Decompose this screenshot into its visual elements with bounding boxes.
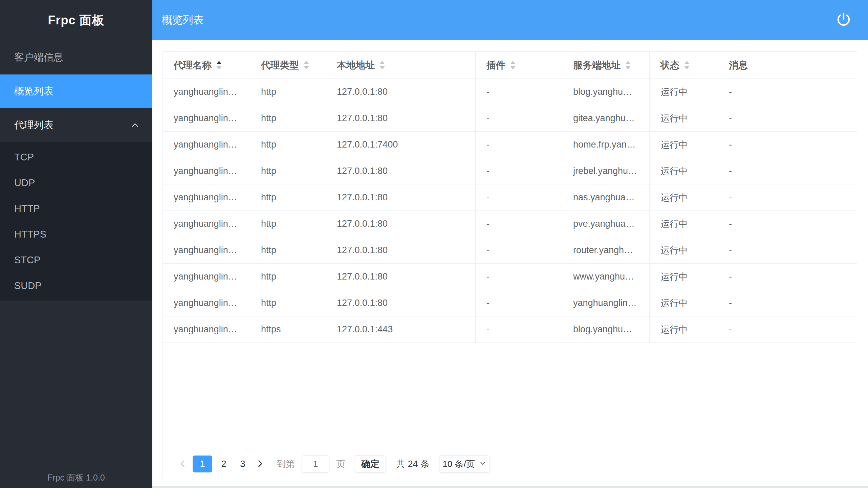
cell-proxy-type: http bbox=[250, 132, 326, 158]
pagination: 123 到第 页 确定 共 24 条 10 条/页 bbox=[163, 449, 857, 479]
sort-carets-icon bbox=[304, 61, 309, 69]
table-body: yanghuanglin…http127.0.0.1:80-blog.yangh… bbox=[163, 79, 857, 343]
cell-message: - bbox=[718, 264, 857, 290]
cell-proxy-type: https bbox=[250, 316, 326, 342]
submenu-item-http[interactable]: HTTP bbox=[0, 196, 152, 221]
column-header-plugin[interactable]: 插件 bbox=[476, 52, 562, 79]
cell-local-address: 127.0.0.1:80 bbox=[326, 184, 476, 210]
cell-status: 运行中 bbox=[650, 184, 718, 210]
cell-proxy-name: yanghuanglin… bbox=[163, 184, 250, 210]
cell-plugin: - bbox=[476, 316, 562, 342]
sidebar-item-client-info[interactable]: 客户端信息 bbox=[0, 41, 152, 74]
cell-status: 运行中 bbox=[650, 264, 718, 290]
cell-proxy-type: http bbox=[250, 290, 326, 316]
column-header-label: 消息 bbox=[729, 59, 748, 72]
confirm-button[interactable]: 确定 bbox=[355, 456, 386, 472]
cell-message: - bbox=[718, 290, 857, 316]
submenu-item-udp[interactable]: UDP bbox=[0, 170, 152, 196]
sort-caret-down-icon bbox=[510, 66, 516, 69]
cell-local-address: 127.0.0.1:80 bbox=[326, 237, 476, 263]
sidebar-item-label: 概览列表 bbox=[14, 85, 53, 98]
cell-message: - bbox=[718, 211, 857, 237]
cell-proxy-name: yanghuanglin… bbox=[163, 290, 250, 316]
cell-message: - bbox=[718, 105, 857, 131]
topbar: 概览列表 bbox=[152, 0, 868, 40]
sort-caret-down-icon bbox=[684, 66, 690, 69]
cell-server-address: www.yanghu… bbox=[562, 264, 650, 290]
chevron-left-icon bbox=[178, 459, 188, 469]
cell-proxy-type: http bbox=[250, 264, 326, 290]
sort-caret-up-icon bbox=[510, 61, 516, 64]
sidebar-menu: 客户端信息 概览列表 代理列表 TCP UDP HTTP HTTPS STCP … bbox=[0, 41, 152, 301]
sidebar: Frpc 面板 客户端信息 概览列表 代理列表 TCP UDP HTTP HTT… bbox=[0, 0, 152, 488]
sort-caret-down-icon bbox=[379, 66, 385, 69]
table-header-row: 代理名称代理类型本地地址插件服务端地址状态消息 bbox=[163, 52, 857, 79]
cell-plugin: - bbox=[476, 211, 562, 237]
column-header-proxy-name[interactable]: 代理名称 bbox=[163, 52, 250, 79]
content: 代理名称代理类型本地地址插件服务端地址状态消息 yanghuanglin…htt… bbox=[152, 40, 868, 488]
column-header-label: 代理类型 bbox=[261, 59, 299, 72]
column-header-label: 本地地址 bbox=[337, 59, 375, 72]
page-number-button[interactable]: 3 bbox=[235, 456, 250, 472]
goto-page-input[interactable] bbox=[302, 456, 329, 472]
cell-plugin: - bbox=[476, 79, 562, 105]
submenu-item-stcp[interactable]: STCP bbox=[0, 247, 152, 273]
column-header-proxy-type[interactable]: 代理类型 bbox=[250, 52, 326, 79]
table-row: yanghuanglin…http127.0.0.1:80-www.yanghu… bbox=[163, 264, 857, 290]
next-page-button[interactable] bbox=[252, 456, 267, 472]
sidebar-item-label: 客户端信息 bbox=[14, 51, 63, 64]
page-size-select[interactable]: 10 条/页 bbox=[439, 456, 490, 472]
cell-status: 运行中 bbox=[650, 132, 718, 158]
column-header-status[interactable]: 状态 bbox=[650, 52, 718, 79]
column-header-label: 代理名称 bbox=[174, 59, 212, 72]
cell-proxy-type: http bbox=[250, 184, 326, 210]
cell-proxy-name: yanghuanglin… bbox=[163, 105, 250, 131]
power-icon bbox=[836, 12, 851, 28]
cell-local-address: 127.0.0.1:443 bbox=[326, 316, 476, 342]
power-button[interactable] bbox=[834, 10, 853, 29]
page-number-button[interactable]: 1 bbox=[193, 456, 212, 472]
cell-status: 运行中 bbox=[650, 290, 718, 316]
prev-page-button[interactable] bbox=[176, 456, 191, 472]
submenu-item-sudp[interactable]: SUDP bbox=[0, 273, 152, 298]
content-bottom-divider bbox=[152, 486, 868, 488]
cell-local-address: 127.0.0.1:80 bbox=[326, 211, 476, 237]
sidebar-item-proxy-list[interactable]: 代理列表 bbox=[0, 108, 152, 142]
main-area: 概览列表 代理名称代理类型本地地址插件服务端地址状态消息 yanghuangli… bbox=[152, 0, 868, 488]
cell-local-address: 127.0.0.1:80 bbox=[326, 264, 476, 290]
cell-message: - bbox=[718, 316, 857, 342]
cell-proxy-type: http bbox=[250, 158, 326, 184]
sidebar-submenu: TCP UDP HTTP HTTPS STCP SUDP bbox=[0, 142, 152, 301]
column-header-local-address[interactable]: 本地地址 bbox=[326, 52, 476, 79]
cell-status: 运行中 bbox=[650, 79, 718, 105]
cell-proxy-name: yanghuanglin… bbox=[163, 211, 250, 237]
cell-status: 运行中 bbox=[650, 316, 718, 342]
cell-server-address: jrebel.yanghu… bbox=[562, 158, 650, 184]
cell-server-address: gitea.yanghu… bbox=[562, 105, 650, 131]
page-size-value: 10 条/页 bbox=[442, 458, 475, 470]
sidebar-item-overview[interactable]: 概览列表 bbox=[0, 74, 152, 108]
sort-carets-icon bbox=[216, 61, 222, 69]
cell-proxy-name: yanghuanglin… bbox=[163, 264, 250, 290]
table-row: yanghuanglin…http127.0.0.1:80-nas.yanghu… bbox=[163, 184, 857, 211]
app-root: Frpc 面板 客户端信息 概览列表 代理列表 TCP UDP HTTP HTT… bbox=[0, 0, 868, 488]
submenu-item-tcp[interactable]: TCP bbox=[0, 144, 152, 170]
sort-carets-icon bbox=[510, 61, 516, 69]
sort-carets-icon bbox=[625, 61, 631, 69]
cell-plugin: - bbox=[476, 290, 562, 316]
overview-card: 代理名称代理类型本地地址插件服务端地址状态消息 yanghuanglin…htt… bbox=[162, 51, 857, 479]
sidebar-title: Frpc 面板 bbox=[0, 0, 152, 41]
sidebar-footer-version: Frpc 面板 1.0.0 bbox=[0, 472, 152, 483]
table-row: yanghuanglin…http127.0.0.1:80-jrebel.yan… bbox=[163, 158, 857, 184]
cell-proxy-name: yanghuanglin… bbox=[163, 316, 250, 342]
sort-caret-up-icon bbox=[304, 61, 309, 64]
submenu-item-https[interactable]: HTTPS bbox=[0, 221, 152, 247]
cell-local-address: 127.0.0.1:80 bbox=[326, 158, 476, 184]
table-row: yanghuanglin…http127.0.0.1:80-blog.yangh… bbox=[163, 79, 857, 105]
page-number-button[interactable]: 2 bbox=[216, 456, 231, 472]
cell-status: 运行中 bbox=[650, 105, 718, 131]
column-header-server-address[interactable]: 服务端地址 bbox=[562, 52, 650, 79]
cell-message: - bbox=[718, 79, 857, 105]
table-row: yanghuanglin…http127.0.0.1:80-router.yan… bbox=[163, 237, 857, 264]
cell-status: 运行中 bbox=[650, 211, 718, 237]
